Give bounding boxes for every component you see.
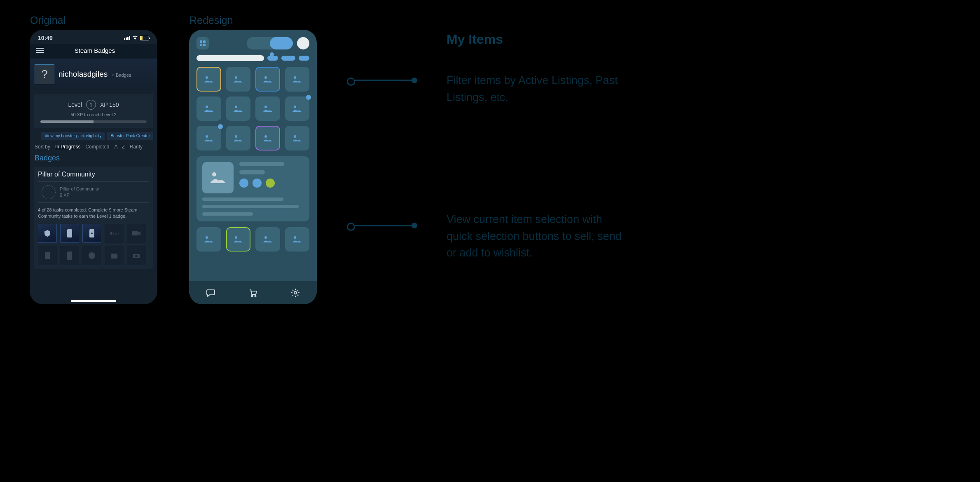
label-redesign: Redesign	[189, 14, 233, 26]
svg-point-21	[235, 106, 237, 108]
svg-rect-0	[67, 229, 72, 237]
item-tile[interactable]	[285, 96, 310, 121]
filter-row	[196, 55, 309, 61]
item-tile[interactable]	[196, 96, 221, 121]
svg-point-31	[264, 236, 267, 239]
task-tile[interactable]	[82, 246, 101, 265]
user-header: ? nicholasdgiles » Badges	[30, 59, 157, 90]
task-tile[interactable]	[127, 246, 146, 265]
username[interactable]: nicholasdgiles	[58, 70, 108, 78]
search-input[interactable]	[196, 55, 264, 61]
level-label: Level	[68, 101, 82, 108]
svg-rect-9	[111, 254, 117, 259]
item-tile[interactable]	[255, 67, 280, 92]
sort-in-progress[interactable]: In Progress	[55, 144, 80, 150]
cart-icon[interactable]	[248, 288, 258, 298]
item-tile[interactable]	[226, 227, 251, 252]
badge-title: Pillar of Community	[38, 171, 149, 178]
item-tile[interactable]	[285, 67, 310, 92]
svg-point-26	[264, 135, 267, 138]
xp-label: XP 150	[100, 101, 119, 108]
svg-point-34	[255, 296, 256, 297]
item-desc-line	[202, 205, 299, 208]
svg-point-8	[89, 252, 95, 259]
svg-point-3	[110, 232, 112, 235]
svg-point-24	[206, 135, 208, 138]
task-tile[interactable]	[127, 224, 146, 243]
badges-header: Badges	[30, 154, 157, 165]
sort-label: Sort by	[35, 144, 50, 150]
item-subtitle-placeholder	[239, 170, 265, 174]
title-bar: Steam Badges	[30, 44, 157, 59]
bottom-nav	[189, 281, 317, 304]
svg-rect-5	[132, 231, 138, 235]
wishlist-button[interactable]	[266, 179, 275, 188]
task-tile[interactable]	[60, 224, 79, 243]
svg-point-2	[91, 233, 93, 234]
svg-point-18	[264, 76, 267, 79]
badge-placeholder-icon	[42, 185, 56, 199]
filter-chip[interactable]	[281, 56, 295, 61]
item-tile[interactable]	[196, 67, 221, 92]
avatar[interactable]: ?	[35, 64, 54, 84]
filter-indicator-icon	[270, 52, 274, 56]
task-tile[interactable]: LIVE	[105, 224, 124, 243]
item-grid	[196, 67, 309, 150]
item-tile[interactable]	[285, 227, 310, 252]
badge-xp: 0 XP	[60, 192, 99, 198]
filter-chip[interactable]	[267, 56, 278, 61]
level-card: Level 1 XP 150 50 XP to reach Level 2	[34, 94, 153, 128]
sell-button[interactable]	[239, 179, 248, 188]
sort-az[interactable]: A - Z	[114, 144, 124, 150]
task-tile[interactable]	[82, 224, 101, 243]
svg-rect-15	[203, 44, 206, 46]
item-tile[interactable]	[255, 227, 280, 252]
badge-name: Pillar of Community	[60, 186, 99, 192]
item-tile[interactable]	[196, 126, 221, 150]
home-indicator[interactable]	[71, 300, 116, 302]
booster-eligibility-link[interactable]: View my booster pack eligibility	[41, 132, 105, 140]
redesign-topbar	[196, 37, 309, 49]
item-grid-bottom	[196, 227, 309, 252]
svg-rect-13	[203, 40, 206, 43]
task-tile[interactable]	[38, 246, 57, 265]
grid-view-button[interactable]	[196, 37, 209, 49]
view-toggle[interactable]	[247, 37, 293, 49]
svg-point-20	[206, 106, 208, 108]
item-tile[interactable]	[226, 126, 251, 150]
item-tile[interactable]	[226, 96, 251, 121]
svg-point-23	[294, 106, 296, 108]
annotation-filter: Filter items by Active Listings, Past Li…	[447, 72, 628, 106]
avatar[interactable]	[297, 37, 309, 49]
annotation-detail: View current item selection with quick s…	[447, 211, 628, 261]
item-tile[interactable]	[196, 227, 221, 252]
item-tile[interactable]	[285, 126, 310, 150]
task-tile[interactable]	[38, 224, 57, 243]
task-tile[interactable]	[105, 246, 124, 265]
badge-card[interactable]: Pillar of Community Pillar of Community …	[34, 167, 153, 269]
item-tile[interactable]	[226, 67, 251, 92]
gear-icon[interactable]	[290, 288, 300, 298]
item-tile[interactable]	[255, 126, 280, 150]
badge-box: Pillar of Community 0 XP	[38, 181, 149, 203]
item-desc-line	[202, 212, 253, 216]
booster-creator-link[interactable]: Booster Pack Creator	[107, 132, 153, 140]
send-button[interactable]	[253, 179, 262, 188]
filter-chip[interactable]	[299, 56, 309, 61]
svg-point-28	[212, 172, 216, 176]
sort-completed[interactable]: Completed	[85, 144, 109, 150]
chat-icon[interactable]	[206, 288, 215, 298]
task-grid: LIVE	[38, 224, 149, 265]
sort-rarity[interactable]: Rarity	[130, 144, 143, 150]
annotation-title: My Items	[447, 32, 503, 47]
svg-rect-7	[67, 252, 72, 260]
task-tile[interactable]	[60, 246, 79, 265]
connector-line	[348, 225, 414, 226]
svg-point-32	[294, 236, 296, 239]
item-tile[interactable]	[255, 96, 280, 121]
redesign-phone-mock	[189, 30, 317, 304]
sort-row: Sort by In Progress Completed A - Z Rari…	[30, 140, 157, 154]
svg-point-11	[135, 255, 138, 257]
svg-point-27	[294, 135, 296, 138]
badge-desc: 4 of 28 tasks completed. Complete 9 more…	[38, 207, 149, 220]
